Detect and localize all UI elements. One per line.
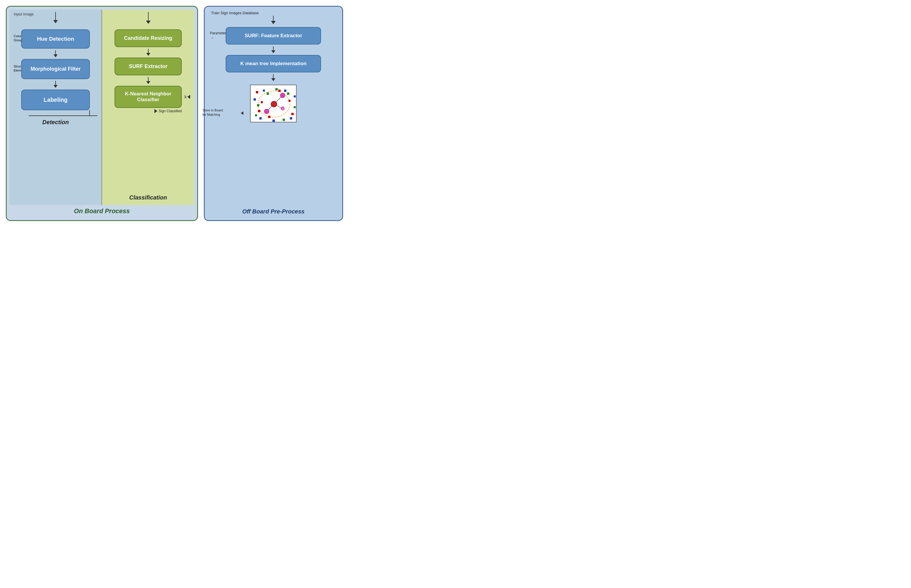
svg-rect-23 (255, 114, 257, 116)
svg-rect-25 (287, 92, 289, 95)
off-board-label: Off Board Pre-Process (242, 208, 304, 215)
svg-rect-16 (263, 90, 265, 92)
arrow-cand-to-surf (146, 49, 150, 56)
svg-rect-19 (294, 95, 296, 97)
arrow-hue-to-morph (53, 50, 58, 57)
svg-rect-26 (294, 106, 296, 108)
svg-rect-24 (267, 92, 269, 95)
svg-rect-15 (254, 98, 256, 101)
candidate-resizing-box: Candidate Resizing (115, 29, 182, 47)
sign-classified-arrow (154, 109, 157, 113)
svg-rect-17 (259, 117, 262, 120)
on-board-process-label: On Board Process (10, 207, 194, 215)
svg-rect-20 (290, 117, 292, 120)
input-image-label: Input Image (14, 12, 34, 16)
arrow-surf-to-knn (146, 77, 150, 84)
surf-feature-box: SURF: Feature Extractor (226, 27, 321, 45)
sign-classified-label: Sign Classified (158, 109, 181, 113)
parameters-label: Parameters → (210, 31, 228, 40)
svg-point-4 (271, 101, 277, 107)
svg-point-5 (280, 93, 285, 98)
off-board-box: Train Sign Images Database Parameters → … (204, 6, 343, 221)
svg-rect-9 (261, 101, 263, 103)
arrow-surf-to-kmean (271, 46, 275, 53)
svg-rect-13 (291, 113, 294, 115)
k-label: k (185, 95, 187, 99)
train-db-label: Train Sign Images Database (210, 11, 337, 15)
svg-rect-28 (275, 88, 278, 90)
surf-extractor-box: SURF Extractor (115, 58, 182, 75)
arrow-morph-to-label (53, 81, 58, 88)
svg-rect-12 (288, 100, 291, 102)
kmean-tree-box: K mean tree Implementation (226, 55, 321, 73)
svg-point-6 (264, 109, 269, 114)
store-arrow (241, 111, 243, 115)
svg-rect-10 (258, 110, 260, 112)
store-label: Store in Boardfor Matching (202, 108, 223, 116)
arrow-kmean-to-plot (271, 74, 275, 81)
main-container: Input Image Color ThresholdGroup → Hue D… (6, 6, 343, 221)
svg-rect-11 (278, 90, 281, 92)
svg-rect-22 (257, 104, 259, 107)
knn-classifier-box: K-Nearest Neighbor Classifier (115, 86, 182, 108)
detection-col: Input Image Color ThresholdGroup → Hue D… (10, 10, 102, 205)
detection-label: Detection (42, 119, 69, 126)
classification-label: Classification (129, 194, 167, 201)
hue-detection-box: Hue Detection (21, 29, 90, 48)
svg-rect-14 (268, 116, 270, 118)
knn-scatter-plot (250, 85, 297, 123)
svg-rect-27 (283, 119, 285, 121)
svg-rect-8 (256, 91, 258, 93)
svg-point-7 (281, 107, 284, 110)
svg-rect-21 (273, 120, 275, 122)
labeling-box: Labeling (21, 90, 90, 110)
morphological-filter-box: Morphological Filter (21, 59, 90, 79)
on-board-box: Input Image Color ThresholdGroup → Hue D… (6, 6, 198, 221)
svg-rect-18 (284, 90, 286, 92)
classification-col: Candidate Resizing SURF Extractor (102, 10, 194, 205)
